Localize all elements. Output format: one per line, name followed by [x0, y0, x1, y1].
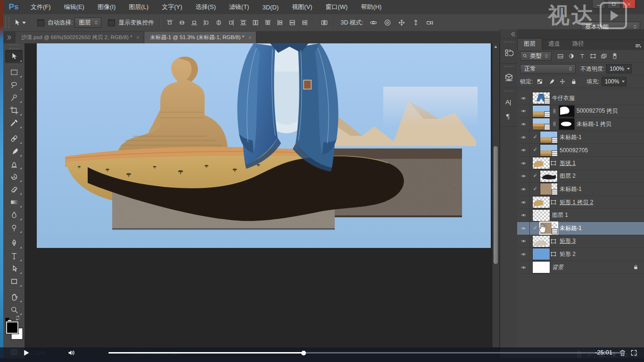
show-transform-checkbox[interactable] [108, 19, 115, 26]
visibility-eye-icon[interactable] [517, 105, 530, 118]
brush-tool[interactable] [5, 145, 23, 157]
path-select-tool[interactable] [5, 262, 23, 275]
align-right-edges-button[interactable] [225, 18, 237, 27]
layer-thumbnail[interactable] [539, 222, 558, 235]
layer-name[interactable]: 未标题-1 [560, 133, 644, 141]
visibility-eye-icon[interactable] [517, 235, 530, 248]
menu-item-7[interactable]: 3D(D) [256, 0, 285, 14]
pen-tool[interactable] [5, 237, 23, 249]
layer-row-5[interactable]: 形状 1 [517, 157, 644, 170]
menu-item-4[interactable]: 文字(Y) [155, 0, 189, 14]
layer-row-2[interactable]: 未标题-1 拷贝 [517, 118, 644, 131]
pick-image-icon[interactable] [555, 52, 566, 60]
crop-tool[interactable] [5, 104, 23, 116]
layer-mask-thumbnail[interactable] [559, 118, 575, 130]
foreground-color-swatch[interactable] [6, 321, 18, 334]
layer-thumbnail[interactable] [532, 105, 550, 117]
visibility-eye-icon[interactable] [517, 157, 530, 170]
align-bottom-edges-button[interactable] [189, 18, 200, 27]
pick-shape-icon[interactable] [588, 52, 598, 60]
visibility-eye-icon[interactable] [517, 261, 530, 274]
tab-channels[interactable]: 通道 [542, 39, 566, 50]
menu-item-1[interactable]: 编辑(E) [58, 0, 91, 14]
layer-thumbnail[interactable] [532, 118, 550, 130]
layer-thumbnail[interactable] [532, 196, 550, 208]
marquee-tool[interactable] [5, 66, 23, 78]
type-tool[interactable] [5, 249, 23, 262]
3d-slide-button[interactable] [410, 18, 421, 27]
layer-name[interactable]: 图层 2 [560, 172, 644, 180]
hand-tool[interactable] [5, 290, 23, 303]
close-icon[interactable] [136, 35, 140, 40]
layer-row-13[interactable]: 背景 [517, 261, 644, 274]
layer-name[interactable]: 未标题-1 拷贝 [577, 120, 644, 128]
dist-left-edges-button[interactable] [274, 18, 286, 27]
healing-tool[interactable] [5, 132, 23, 145]
stamp-tool[interactable] [5, 157, 23, 170]
3d-panel-icon[interactable] [503, 71, 516, 84]
tab-layers[interactable]: 图层 [517, 38, 542, 50]
maximize-button[interactable] [607, 0, 620, 8]
visibility-eye-icon[interactable] [517, 144, 530, 156]
pick-adjust-icon[interactable] [566, 52, 577, 60]
blur-tool[interactable] [5, 208, 23, 221]
tool-preset-picker[interactable] [13, 19, 26, 27]
visibility-eye-icon[interactable] [517, 222, 530, 235]
dist-right-edges-button[interactable] [299, 18, 310, 27]
scrollbar-thumb[interactable] [494, 146, 498, 264]
lock-move-icon[interactable] [557, 77, 568, 86]
dist-horizontal-centers-button[interactable] [287, 18, 298, 27]
pick-toggle-icon[interactable] [610, 52, 620, 60]
visibility-eye-icon[interactable] [517, 170, 530, 183]
close-button[interactable] [622, 0, 636, 8]
layer-thumbnail[interactable] [532, 157, 550, 169]
layer-row-8[interactable]: 矩形 1 拷贝 2 [517, 196, 644, 209]
progress-track[interactable] [108, 352, 620, 354]
menu-item-2[interactable]: 图像(I) [91, 0, 122, 14]
3d-pan-button[interactable] [396, 18, 407, 27]
layer-thumbnail[interactable] [532, 248, 550, 260]
layer-thumbnail[interactable] [540, 183, 558, 195]
layer-name[interactable]: 未标题-1 [560, 224, 644, 232]
dodge-tool[interactable] [5, 221, 23, 234]
menu-item-10[interactable]: 帮助(H) [354, 0, 388, 14]
layer-thumbnail[interactable] [532, 261, 550, 273]
menu-item-0[interactable]: 文件(F) [24, 0, 58, 14]
auto-select-checkbox[interactable] [37, 19, 44, 26]
pick-type-icon[interactable] [577, 52, 587, 60]
tab-paths[interactable]: 路径 [566, 39, 590, 50]
play-button[interactable] [22, 349, 30, 357]
align-horizontal-centers-button[interactable] [213, 18, 224, 27]
default-colors-icon[interactable] [5, 316, 12, 321]
progress-knob[interactable] [301, 351, 306, 355]
layer-thumbnail[interactable] [532, 92, 550, 104]
layer-thumbnail[interactable] [540, 170, 558, 182]
align-vertical-centers-button[interactable] [176, 18, 188, 27]
canvas[interactable] [37, 43, 491, 248]
scroll-up-icon[interactable] [493, 44, 498, 49]
volume-icon[interactable] [67, 349, 75, 357]
chevron-right-icon[interactable] [3, 31, 16, 43]
layer-name[interactable]: 矩形 2 [560, 250, 644, 258]
visibility-eye-icon[interactable] [517, 209, 530, 222]
history-panel-icon[interactable] [503, 46, 516, 59]
document-tab-0[interactable]: 沙漠.psd @ 66%(500252650 拷贝 2, RGB/8) * [16, 32, 144, 43]
layer-thumbnail[interactable] [532, 209, 550, 222]
opacity-field[interactable]: 100% [606, 64, 632, 74]
history-brush-tool[interactable] [5, 170, 23, 183]
visibility-eye-icon[interactable] [517, 248, 530, 261]
panel-menu-icon[interactable] [635, 42, 642, 49]
layer-name[interactable]: 背景 [552, 263, 631, 272]
visibility-eye-icon[interactable] [517, 196, 530, 209]
3d-camera-button[interactable] [424, 18, 436, 27]
layer-thumbnail[interactable] [540, 131, 558, 143]
menu-item-5[interactable]: 选择(S) [189, 0, 222, 14]
layer-name[interactable]: 图层 1 [552, 211, 644, 219]
swap-colors-icon[interactable] [15, 315, 21, 321]
layer-row-4[interactable]: 500092705 [517, 144, 644, 157]
lock-lock-icon[interactable] [569, 77, 579, 86]
layer-row-10[interactable]: 未标题-1 [517, 222, 644, 235]
move-tool[interactable] [5, 50, 23, 63]
menu-item-9[interactable]: 窗口(W) [319, 0, 354, 14]
eyedropper-tool[interactable] [5, 116, 23, 129]
